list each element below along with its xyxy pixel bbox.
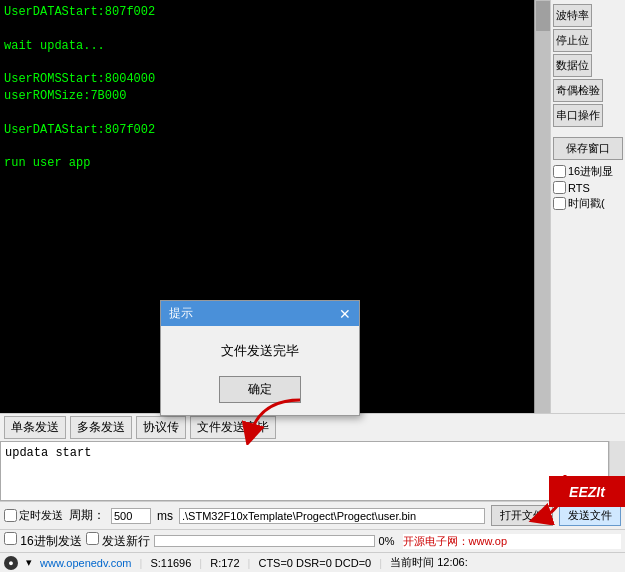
- modal-close-button[interactable]: ✕: [339, 307, 351, 321]
- modal-body: 文件发送完毕 确定: [161, 326, 359, 415]
- modal-message: 文件发送完毕: [173, 342, 347, 360]
- modal-overlay: 提示 ✕ 文件发送完毕 确定: [0, 0, 625, 572]
- eezit-brand: EEZIt: [549, 476, 625, 507]
- modal-titlebar: 提示 ✕: [161, 301, 359, 326]
- modal-ok-button[interactable]: 确定: [219, 376, 301, 403]
- modal-title: 提示: [169, 305, 193, 322]
- modal-dialog: 提示 ✕ 文件发送完毕 确定: [160, 300, 360, 416]
